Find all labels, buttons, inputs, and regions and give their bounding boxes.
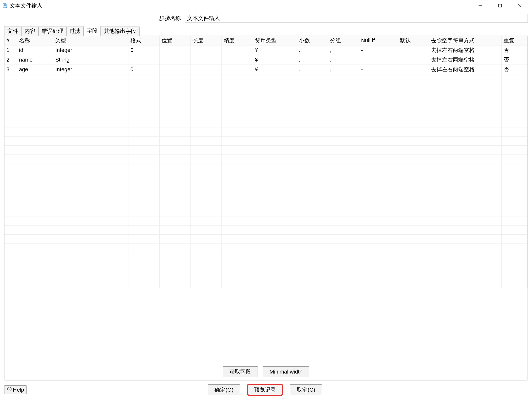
- cell-currency[interactable]: ¥: [253, 45, 297, 55]
- cell-length[interactable]: [191, 55, 222, 65]
- tab-filter[interactable]: 过滤: [66, 26, 84, 36]
- minimal-width-button[interactable]: Minimal width: [263, 366, 309, 377]
- cell-decimal[interactable]: .: [297, 65, 328, 74]
- col-header-num[interactable]: #: [4, 36, 17, 45]
- table-row-empty[interactable]: ..............: [4, 74, 528, 83]
- cell-repeat[interactable]: 否: [502, 45, 528, 55]
- col-header-decimal[interactable]: 小数: [297, 36, 328, 45]
- step-name-input[interactable]: [185, 14, 528, 22]
- cell-nullif[interactable]: -: [359, 55, 398, 65]
- table-row-empty[interactable]: ..............: [4, 226, 528, 235]
- cell-group[interactable]: ,: [328, 45, 359, 55]
- ok-button[interactable]: 确定(O): [208, 384, 240, 395]
- table-row-empty[interactable]: ..............: [4, 92, 528, 101]
- cell-trim[interactable]: 去掉左右两端空格: [429, 65, 501, 74]
- table-row[interactable]: 2nameString¥.,-去掉左右两端空格否: [4, 55, 528, 65]
- cell-position[interactable]: [159, 55, 191, 65]
- cell-precision[interactable]: [222, 55, 253, 65]
- cell-type[interactable]: Integer: [53, 65, 128, 74]
- cell-nullif[interactable]: -: [359, 45, 398, 55]
- table-row-empty[interactable]: ..............: [4, 217, 528, 226]
- cell-decimal[interactable]: .: [297, 45, 328, 55]
- cell-name[interactable]: id: [17, 45, 53, 55]
- cell-default[interactable]: [398, 65, 429, 74]
- cell-currency[interactable]: ¥: [253, 65, 297, 74]
- tab-fields[interactable]: 字段: [83, 26, 101, 36]
- cell-length[interactable]: [191, 65, 222, 74]
- cell-name[interactable]: name: [17, 55, 53, 65]
- col-header-format[interactable]: 格式: [128, 36, 160, 45]
- table-row-empty[interactable]: ..............: [4, 181, 528, 190]
- col-header-nullif[interactable]: Null if: [359, 36, 398, 45]
- cell-repeat[interactable]: 否: [502, 55, 528, 65]
- table-row-empty[interactable]: ..............: [4, 261, 528, 270]
- col-header-name[interactable]: 名称: [17, 36, 53, 45]
- col-header-currency[interactable]: 货币类型: [253, 36, 297, 45]
- minimize-button[interactable]: [470, 0, 490, 11]
- close-button[interactable]: [510, 0, 530, 11]
- col-header-type[interactable]: 类型: [53, 36, 128, 45]
- tab-file[interactable]: 文件: [4, 26, 22, 36]
- table-row-empty[interactable]: ..............: [4, 137, 528, 146]
- cell-currency[interactable]: ¥: [253, 55, 297, 65]
- table-row-empty[interactable]: ..............: [4, 163, 528, 172]
- table-row-empty[interactable]: ..............: [4, 146, 528, 155]
- cell-trim[interactable]: 去掉左右两端空格: [429, 55, 501, 65]
- cell-num[interactable]: 1: [4, 45, 17, 55]
- cell-default[interactable]: [398, 45, 429, 55]
- cell-decimal[interactable]: .: [297, 55, 328, 65]
- table-row-empty[interactable]: ..............: [4, 155, 528, 163]
- table-row-empty[interactable]: ..............: [4, 235, 528, 244]
- table-row-empty[interactable]: ..............: [4, 244, 528, 252]
- cell-format[interactable]: 0: [128, 45, 160, 55]
- help-button[interactable]: ? Help: [4, 385, 27, 394]
- cell-name[interactable]: age: [17, 65, 53, 74]
- cell-length[interactable]: [191, 45, 222, 55]
- cell-group[interactable]: ,: [328, 55, 359, 65]
- table-row-empty[interactable]: ..............: [4, 119, 528, 128]
- cell-format[interactable]: 0: [128, 65, 160, 74]
- col-header-position[interactable]: 位置: [159, 36, 191, 45]
- tab-other-output[interactable]: 其他输出字段: [100, 26, 140, 36]
- cell-trim[interactable]: 去掉左右两端空格: [429, 45, 501, 55]
- col-header-group[interactable]: 分组: [328, 36, 359, 45]
- cell-nullif[interactable]: -: [359, 65, 398, 74]
- table-row-empty[interactable]: ..............: [4, 199, 528, 208]
- table-row-empty[interactable]: ..............: [4, 208, 528, 217]
- table-row-empty[interactable]: ..............: [4, 279, 528, 288]
- fields-table-container[interactable]: # 名称 类型 格式 位置 长度 精度 货币类型 小数 分组 Null if 默…: [4, 36, 528, 364]
- maximize-button[interactable]: [490, 0, 510, 11]
- cell-precision[interactable]: [222, 65, 253, 74]
- cell-type[interactable]: String: [53, 55, 128, 65]
- preview-button[interactable]: 预览记录: [247, 384, 283, 395]
- table-row[interactable]: 1idInteger0¥.,-去掉左右两端空格否: [4, 45, 528, 55]
- col-header-default[interactable]: 默认: [398, 36, 429, 45]
- cell-precision[interactable]: [222, 45, 253, 55]
- cell-format[interactable]: [128, 55, 160, 65]
- table-row-empty[interactable]: ..............: [4, 83, 528, 92]
- col-header-length[interactable]: 长度: [191, 36, 222, 45]
- table-row-empty[interactable]: ..............: [4, 128, 528, 137]
- cell-repeat[interactable]: 否: [502, 65, 528, 74]
- get-fields-button[interactable]: 获取字段: [223, 366, 258, 377]
- cell-position[interactable]: [159, 45, 191, 55]
- cell-position[interactable]: [159, 65, 191, 74]
- cell-default[interactable]: [398, 55, 429, 65]
- table-row-empty[interactable]: ..............: [4, 110, 528, 119]
- tab-content[interactable]: 内容: [21, 26, 39, 36]
- cancel-button[interactable]: 取消(C): [290, 384, 322, 395]
- cell-group[interactable]: ,: [328, 65, 359, 74]
- col-header-trim[interactable]: 去除空字符串方式: [429, 36, 501, 45]
- table-row-empty[interactable]: ..............: [4, 252, 528, 261]
- col-header-precision[interactable]: 精度: [222, 36, 253, 45]
- table-row-empty[interactable]: ..............: [4, 101, 528, 110]
- cell-num[interactable]: 2: [4, 55, 17, 65]
- table-row[interactable]: 3ageInteger0¥.,-去掉左右两端空格否: [4, 65, 528, 74]
- table-row-empty[interactable]: ..............: [4, 172, 528, 181]
- table-row-empty[interactable]: ..............: [4, 270, 528, 279]
- tab-error[interactable]: 错误处理: [38, 26, 67, 36]
- cell-num[interactable]: 3: [4, 65, 17, 74]
- cell-type[interactable]: Integer: [53, 45, 128, 55]
- col-header-repeat[interactable]: 重复: [502, 36, 528, 45]
- table-row-empty[interactable]: ..............: [4, 190, 528, 199]
